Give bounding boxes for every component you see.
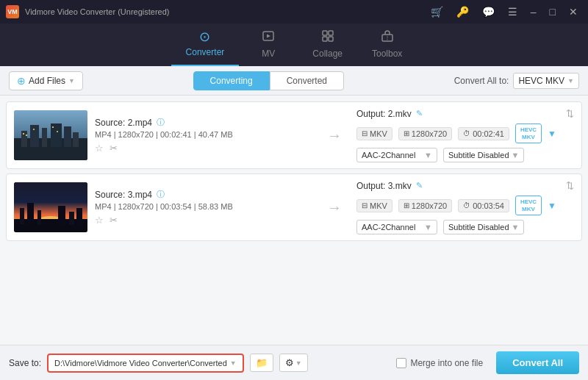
tab-converter-label: Converter — [186, 47, 225, 57]
tab-mv[interactable]: MV — [239, 25, 298, 66]
content-area: Source: 2.mp4 ⓘ MP4 | 1280x720 | 00:02:4… — [0, 96, 588, 345]
nav-tabs: ⊙ Converter MV Collage Toolbox — [0, 24, 588, 66]
add-files-button[interactable]: ⊕ Add Files ▼ — [9, 71, 83, 90]
file-info-1: Source: 2.mp4 ⓘ MP4 | 1280x720 | 00:02:4… — [95, 117, 312, 154]
svg-rect-4 — [329, 37, 333, 41]
converter-icon: ⊙ — [199, 29, 210, 45]
hevc-dropdown-1[interactable]: ▼ — [548, 129, 556, 139]
output-settings-button[interactable]: ⚙ ▼ — [279, 354, 308, 372]
file-source-2: Source: 3.mp4 ⓘ — [95, 189, 312, 200]
hevc-badge-2[interactable]: HEVC MKV — [515, 196, 542, 215]
convert-all-button[interactable]: Convert All — [496, 351, 579, 374]
add-files-label: Add Files — [29, 76, 65, 86]
window-controls: 🛒 🔑 💬 ☰ – □ ✕ — [426, 5, 582, 18]
save-path-box[interactable]: D:\Vidmore\Vidmore Video Converter\Conve… — [47, 354, 244, 373]
format-text-1: MKV — [370, 129, 387, 138]
mv-icon — [262, 29, 275, 46]
plus-icon: ⊕ — [17, 75, 26, 87]
output-section-1: Output: 2.mkv ✎ ⇅ ⊟ MKV ⊞ 1280x720 ⏱ 00:… — [356, 108, 574, 162]
svg-rect-26 — [58, 206, 65, 225]
star-icon-1[interactable]: ☆ — [95, 143, 104, 154]
format-tag-1: ⊟ MKV — [356, 127, 392, 140]
collage-icon — [321, 29, 334, 46]
format-select-dropdown[interactable]: HEVC MKV ▼ — [513, 73, 579, 89]
subtitle-select-1[interactable]: Subtitle Disabled ▼ — [443, 148, 524, 162]
audio-value-2: AAC-2Channel — [362, 223, 415, 232]
svg-rect-1 — [323, 31, 327, 35]
subtitle-select-2[interactable]: Subtitle Disabled ▼ — [443, 220, 524, 234]
toolbar: ⊕ Add Files ▼ Converting Converted Conve… — [0, 66, 588, 96]
convert-all-to-label: Convert All to: — [454, 76, 509, 86]
tab-collage-label: Collage — [312, 49, 343, 59]
arrow-2: → — [320, 199, 349, 216]
chat-icon[interactable]: 💬 — [478, 5, 499, 18]
tab-converter[interactable]: ⊙ Converter — [171, 24, 240, 66]
merge-checkbox[interactable] — [396, 358, 406, 368]
format-tag-2: ⊟ MKV — [356, 199, 392, 212]
info-icon-2[interactable]: ⓘ — [157, 189, 165, 200]
audio-dropdown-arrow-2: ▼ — [424, 223, 432, 232]
cut-icon-2[interactable]: ✂ — [110, 215, 118, 226]
duration-tag-1: ⏱ 00:02:41 — [458, 127, 509, 140]
maximize-button[interactable]: □ — [545, 5, 560, 18]
edit-icon-2[interactable]: ✎ — [416, 181, 423, 190]
file-meta-2: MP4 | 1280x720 | 00:03:54 | 58.83 MB — [95, 202, 312, 211]
convert-all-to-section: Convert All to: HEVC MKV ▼ — [454, 73, 579, 89]
output-row-audio-1: AAC-2Channel ▼ Subtitle Disabled ▼ — [356, 148, 574, 162]
menu-icon[interactable]: ☰ — [503, 5, 522, 18]
bottom-bar: Save to: D:\Vidmore\Vidmore Video Conver… — [0, 345, 588, 380]
open-folder-button[interactable]: 📁 — [250, 354, 273, 372]
toolbox-icon — [381, 29, 394, 46]
svg-rect-18 — [52, 126, 54, 128]
arrow-1: → — [320, 127, 349, 144]
svg-rect-14 — [73, 132, 79, 147]
settings-icon-2[interactable]: ⇅ — [566, 180, 574, 191]
clock-icon-1: ⏱ — [463, 129, 470, 137]
save-path-dropdown-arrow[interactable]: ▼ — [230, 359, 237, 367]
duration-tag-2: ⏱ 00:03:54 — [458, 199, 509, 212]
output-row-audio-2: AAC-2Channel ▼ Subtitle Disabled ▼ — [356, 220, 574, 234]
thumbnail-image-1 — [14, 110, 87, 160]
converting-tabs: Converting Converted — [89, 71, 448, 90]
subtitle-dropdown-arrow-2: ▼ — [512, 223, 520, 232]
svg-rect-24 — [27, 203, 34, 225]
format-text-2: MKV — [370, 201, 387, 210]
tab-collage[interactable]: Collage — [298, 25, 357, 66]
audio-select-1[interactable]: AAC-2Channel ▼ — [356, 148, 437, 162]
subtitle-dropdown-arrow-1: ▼ — [512, 151, 520, 159]
settings-icon-1[interactable]: ⇅ — [566, 108, 574, 119]
close-button[interactable]: ✕ — [564, 5, 582, 18]
star-icon-2[interactable]: ☆ — [95, 215, 104, 226]
file-source-1: Source: 2.mp4 ⓘ — [95, 117, 312, 128]
edit-icon-1[interactable]: ✎ — [416, 109, 423, 118]
audio-value-1: AAC-2Channel — [362, 151, 415, 159]
tab-converted-button[interactable]: Converted — [270, 71, 344, 90]
svg-rect-28 — [76, 208, 82, 225]
format-value: HEVC MKV — [518, 76, 564, 86]
key-icon[interactable]: 🔑 — [452, 5, 473, 18]
gear-icon: ⚙ — [285, 357, 294, 368]
res-text-1: 1280x720 — [412, 129, 447, 138]
merge-option: Merge into one file — [396, 358, 483, 368]
info-icon-1[interactable]: ⓘ — [157, 117, 165, 128]
minimize-button[interactable]: – — [526, 5, 541, 18]
source-label-2: Source: 3.mp4 — [95, 190, 152, 200]
duration-text-2: 00:03:54 — [473, 201, 504, 210]
tab-toolbox[interactable]: Toolbox — [357, 25, 417, 66]
subtitle-value-1: Subtitle Disabled — [448, 151, 509, 159]
cut-icon-1[interactable]: ✂ — [110, 143, 118, 154]
hevc-badge-1[interactable]: HEVC MKV — [515, 123, 542, 143]
tab-converting-button[interactable]: Converting — [193, 71, 270, 90]
svg-rect-10 — [30, 125, 39, 147]
file-actions-1: ☆ ✂ — [95, 143, 312, 154]
output-row-1: ⊟ MKV ⊞ 1280x720 ⏱ 00:02:41 HEVC MKV ▼ — [356, 123, 574, 143]
title-bar: VM Vidmore Video Converter (Unregistered… — [0, 0, 588, 24]
add-files-dropdown-arrow[interactable]: ▼ — [68, 77, 75, 85]
format-icon-2: ⊟ — [362, 201, 368, 209]
cart-icon[interactable]: 🛒 — [426, 5, 448, 18]
svg-rect-15 — [23, 133, 24, 135]
output-header-1: Output: 2.mkv ✎ ⇅ — [356, 108, 574, 119]
hevc-dropdown-2[interactable]: ▼ — [548, 201, 556, 211]
audio-select-2[interactable]: AAC-2Channel ▼ — [356, 220, 437, 234]
tab-mv-label: MV — [262, 49, 275, 59]
